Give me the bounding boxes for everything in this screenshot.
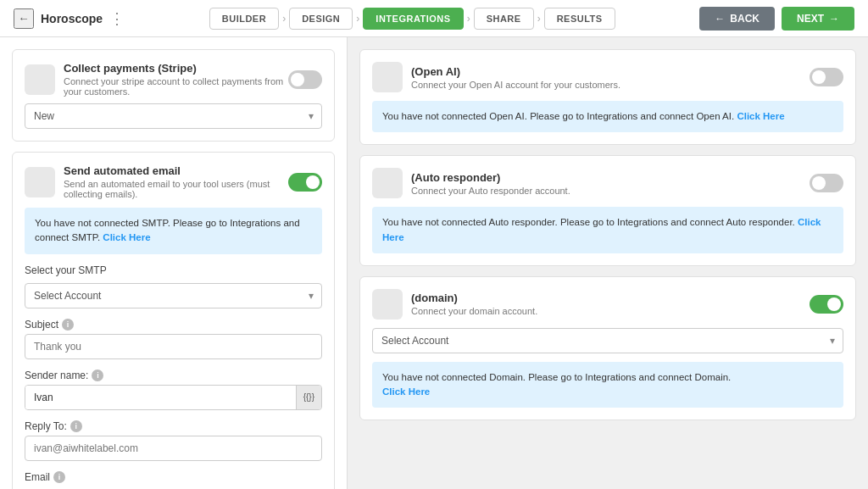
openai-subtitle: Connect your Open AI account for your cu… [411, 80, 620, 90]
openai-click-here-link[interactable]: Click Here [737, 111, 784, 121]
nav-right: ← BACK NEXT → [699, 7, 854, 31]
stripe-account-select-wrap: New [25, 103, 322, 129]
subject-label: Subject i [25, 319, 322, 331]
step-integrations[interactable]: INTEGRATIONS [363, 8, 463, 30]
domain-account-select[interactable]: Select Account [372, 328, 843, 353]
reply-to-input[interactable] [25, 436, 322, 461]
collect-payments-toggle[interactable] [288, 70, 322, 89]
domain-header: (domain) Connect your domain account. [372, 289, 843, 320]
domain-click-here-link[interactable]: Click Here [382, 386, 430, 397]
collect-payments-title: Collect payments (Stripe) [64, 62, 288, 75]
step-arrow-3: › [467, 13, 470, 25]
stripe-account-select[interactable]: New [25, 103, 322, 129]
right-panel: (Open AI) Connect your Open AI account f… [348, 37, 868, 489]
subject-info-icon[interactable]: i [62, 319, 74, 331]
smtp-click-here-link[interactable]: Click Here [103, 232, 150, 242]
domain-card: (domain) Connect your domain account. Se… [359, 276, 856, 421]
sender-name-input-wrap: {{}} [25, 385, 322, 410]
collect-payments-card: Collect payments (Stripe) Connect your s… [12, 49, 335, 142]
collect-payments-header: Collect payments (Stripe) Connect your s… [25, 62, 322, 97]
step-results[interactable]: RESULTS [544, 8, 615, 30]
back-button[interactable]: ← BACK [699, 7, 775, 31]
email-label: Email i [25, 471, 322, 483]
next-button[interactable]: NEXT → [782, 7, 854, 31]
collect-payments-subtitle: Connect your stripe account to collect p… [64, 76, 288, 97]
autoresponder-header: (Auto responder) Connect your Auto respo… [372, 168, 843, 198]
autoresponder-icon [372, 168, 403, 198]
sender-tag-button[interactable]: {{}} [296, 386, 321, 409]
reply-to-label: Reply To: i [25, 420, 322, 432]
autoresponder-title: (Auto responder) [411, 171, 570, 184]
email-icon [25, 167, 55, 197]
main-content: Collect payments (Stripe) Connect your s… [0, 37, 868, 489]
domain-icon [372, 289, 403, 320]
openai-icon [372, 62, 403, 92]
openai-title: (Open AI) [411, 65, 620, 78]
step-design[interactable]: DESIGN [289, 8, 353, 30]
email-info-icon[interactable]: i [53, 471, 65, 483]
autoresponder-subtitle: Connect your Auto responder account. [411, 186, 570, 196]
send-email-header: Send automated email Send an automated e… [25, 164, 322, 199]
back-arrow-icon: ← [715, 13, 725, 25]
openai-warning-banner: You have not connected Open AI. Please g… [372, 101, 843, 132]
nav-left: ← Horoscope ⋮ [14, 8, 125, 29]
domain-warning-banner: You have not connected Domain. Please go… [372, 362, 843, 408]
domain-account-select-wrap: Select Account [372, 328, 843, 353]
send-email-card: Send automated email Send an automated e… [12, 152, 335, 489]
next-arrow-icon: → [829, 13, 839, 25]
nav-steps: BUILDER › DESIGN › INTEGRATIONS › SHARE … [209, 8, 615, 30]
smtp-label: Select your SMTP [25, 264, 322, 276]
top-nav: ← Horoscope ⋮ BUILDER › DESIGN › INTEGRA… [0, 0, 868, 37]
smtp-select-wrap: Select Account [25, 283, 322, 308]
autoresponder-warning-banner: You have not connected Auto responder. P… [372, 207, 843, 253]
smtp-warning-banner: You have not connected SMTP. Please go t… [25, 208, 322, 254]
openai-header: (Open AI) Connect your Open AI account f… [372, 62, 843, 92]
nav-more-icon[interactable]: ⋮ [109, 11, 125, 26]
openai-toggle[interactable] [810, 68, 843, 86]
step-builder[interactable]: BUILDER [209, 8, 279, 30]
sender-info-icon[interactable]: i [92, 370, 103, 381]
domain-subtitle: Connect your domain account. [411, 306, 537, 316]
step-arrow-4: › [537, 13, 541, 25]
step-arrow-2: › [356, 13, 359, 25]
domain-toggle[interactable] [810, 295, 843, 314]
send-email-title: Send automated email [64, 164, 288, 177]
smtp-select[interactable]: Select Account [25, 283, 322, 308]
send-email-toggle[interactable] [288, 173, 322, 192]
sender-name-input[interactable] [25, 386, 296, 409]
reply-to-info-icon[interactable]: i [70, 420, 82, 432]
nav-title: Horoscope [41, 12, 103, 25]
step-arrow-1: › [282, 13, 286, 25]
left-panel: Collect payments (Stripe) Connect your s… [0, 37, 348, 489]
openai-card: (Open AI) Connect your Open AI account f… [359, 49, 856, 145]
nav-back-arrow[interactable]: ← [14, 8, 34, 29]
domain-title: (domain) [411, 292, 537, 304]
sender-name-label: Sender name: i [25, 370, 322, 381]
subject-input[interactable] [25, 334, 322, 359]
autoresponder-card: (Auto responder) Connect your Auto respo… [359, 155, 856, 266]
stripe-icon [25, 64, 55, 95]
autoresponder-toggle[interactable] [810, 174, 843, 192]
step-share[interactable]: SHARE [474, 8, 534, 30]
send-email-subtitle: Send an automated email to your tool use… [64, 179, 288, 199]
